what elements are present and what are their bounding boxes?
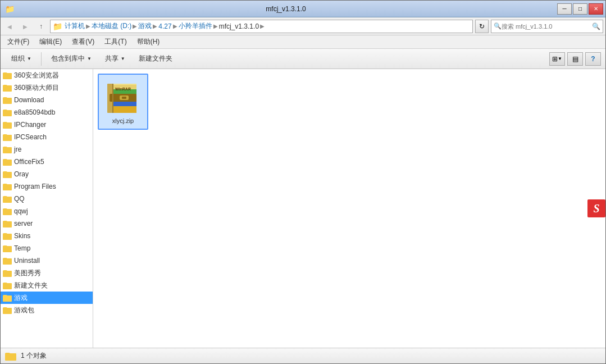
- sidebar-item-officefix5[interactable]: OfficeFix5: [1, 156, 93, 168]
- view-icon: ⊞: [552, 55, 558, 63]
- sidebar-item-ipcsearch[interactable]: IPCSearch: [1, 131, 93, 143]
- sidebar-item-oray[interactable]: Oray: [1, 168, 93, 180]
- new-folder-label: 新建文件夹: [139, 54, 172, 63]
- minimize-button[interactable]: ─: [557, 3, 572, 15]
- sidebar-item-ipchanger[interactable]: IPChanger: [1, 119, 93, 131]
- svg-text:WinRAR: WinRAR: [115, 87, 131, 91]
- sidebar-item-newfolder[interactable]: 新建文件夹: [1, 279, 93, 292]
- folder-icon-download: [3, 96, 12, 104]
- folder-icon-temp: [3, 244, 12, 252]
- sidebar: 360安全浏览器 360驱动大师目 Download e8a85094bdb I…: [1, 69, 93, 348]
- sidebar-item-label: 美图秀秀: [14, 269, 41, 278]
- menu-help[interactable]: 帮助(H): [133, 36, 165, 48]
- breadcrumb-computer[interactable]: 计算机: [65, 21, 85, 31]
- sidebar-item-label: qqwj: [14, 207, 28, 215]
- sidebar-item-label: Uninstall: [14, 257, 40, 265]
- file-name-xlycj: xlycj.zip: [112, 117, 134, 124]
- menu-tools[interactable]: 工具(T): [100, 36, 131, 48]
- sep-6: ▶: [260, 23, 265, 29]
- sep-3: ▶: [153, 23, 157, 29]
- organize-dropdown-icon: ▼: [27, 56, 31, 61]
- menu-edit[interactable]: 编辑(E): [35, 36, 66, 48]
- sidebar-item-meitu[interactable]: 美图秀秀: [1, 267, 93, 279]
- forward-arrow-icon: [23, 22, 28, 30]
- view-dropdown-icon: ▼: [558, 56, 562, 61]
- sidebar-item-programfiles[interactable]: Program Files: [1, 180, 93, 193]
- sidebar-item-qq[interactable]: QQ: [1, 193, 93, 205]
- view-options-button[interactable]: ⊞ ▼: [549, 52, 565, 66]
- sidebar-item-360driver[interactable]: 360驱动大师目: [1, 81, 93, 94]
- refresh-icon: ↻: [479, 22, 485, 30]
- svg-rect-12: [112, 84, 113, 113]
- search-submit-icon[interactable]: 🔍: [592, 22, 600, 30]
- address-bar[interactable]: 📁 计算机 ▶ 本地磁盘 (D:) ▶ 游戏 ▶ 4.27 ▶ 小羚羊插件 ▶ …: [50, 20, 473, 33]
- sidebar-item-e8a[interactable]: e8a85094bdb: [1, 106, 93, 119]
- sidebar-item-360browser[interactable]: 360安全浏览器: [1, 69, 93, 81]
- sidebar-item-qqwj[interactable]: qqwj: [1, 205, 93, 217]
- share-label: 共享: [105, 54, 119, 63]
- sidebar-item-skins[interactable]: Skins: [1, 230, 93, 242]
- sep-1: ▶: [86, 23, 90, 29]
- search-bar[interactable]: 🔍 🔍: [491, 20, 603, 33]
- folder-icon-ipchanger: [3, 121, 12, 129]
- folder-icon-meitu: [3, 269, 12, 277]
- sidebar-item-download[interactable]: Download: [1, 94, 93, 106]
- folder-icon-qqwj: [3, 207, 12, 215]
- file-item-xlycj[interactable]: WinRAR xlycj.zip: [98, 74, 148, 130]
- sep-2: ▶: [133, 23, 137, 29]
- search-icon: 🔍: [494, 22, 502, 30]
- breadcrumb-plugin[interactable]: 小羚羊插件: [179, 21, 212, 31]
- window-controls: ─ □ ✕: [557, 3, 603, 15]
- sidebar-item-uninstall[interactable]: Uninstall: [1, 254, 93, 267]
- share-button[interactable]: 共享 ▼: [99, 51, 131, 67]
- nav-bar: ↑ 📁 计算机 ▶ 本地磁盘 (D:) ▶ 游戏 ▶ 4.27 ▶ 小羚羊插件 …: [1, 17, 605, 35]
- window: 📁 mfcj_v1.3.1.0 ─ □ ✕ ↑ 📁 计算机 ▶ 本地磁盘 (D:…: [0, 0, 606, 364]
- sep-4: ▶: [173, 23, 177, 29]
- menu-file[interactable]: 文件(F): [3, 36, 34, 48]
- sidebar-item-label: Program Files: [14, 183, 56, 190]
- new-folder-button[interactable]: 新建文件夹: [133, 51, 179, 67]
- sidebar-item-label: 游戏: [14, 293, 28, 303]
- sidebar-item-server[interactable]: server: [1, 217, 93, 230]
- search-input[interactable]: [502, 23, 592, 30]
- sidebar-item-youxi[interactable]: 游戏: [1, 292, 93, 304]
- refresh-button[interactable]: ↻: [475, 20, 489, 33]
- breadcrumb-427[interactable]: 4.27: [158, 22, 171, 30]
- folder-icon-programfiles: [3, 183, 12, 190]
- svg-rect-5: [113, 102, 136, 106]
- sidebar-item-label: IPChanger: [14, 121, 46, 129]
- forward-button[interactable]: [19, 20, 32, 33]
- sidebar-item-youxibao[interactable]: 游戏包: [1, 304, 93, 316]
- sogou-icon[interactable]: S: [587, 199, 605, 217]
- folder-icon: 📁: [53, 22, 62, 31]
- sidebar-item-jre[interactable]: jre: [1, 143, 93, 156]
- sidebar-item-label: 360安全浏览器: [14, 71, 59, 80]
- help-icon: ?: [591, 55, 595, 63]
- window-title: mfcj_v1.3.1.0: [15, 5, 557, 13]
- svg-rect-9: [122, 97, 126, 99]
- breadcrumb-games[interactable]: 游戏: [138, 21, 152, 31]
- menu-bar: 文件(F) 编辑(E) 查看(V) 工具(T) 帮助(H): [1, 35, 605, 49]
- menu-view[interactable]: 查看(V): [67, 36, 99, 48]
- folder-icon-server: [3, 220, 12, 228]
- sidebar-item-temp[interactable]: Temp: [1, 242, 93, 254]
- folder-icon-ipcsearch: [3, 133, 12, 141]
- sidebar-item-label: Download: [14, 96, 44, 104]
- help-button[interactable]: ?: [585, 52, 601, 66]
- sep-5: ▶: [213, 23, 218, 29]
- up-button[interactable]: ↑: [34, 20, 48, 33]
- zip-icon-svg: WinRAR: [105, 79, 141, 115]
- breadcrumb-current[interactable]: mfcj_v1.3.1.0: [219, 22, 259, 30]
- back-button[interactable]: [3, 20, 16, 33]
- window-icon: 📁: [5, 4, 15, 13]
- breadcrumb-disk[interactable]: 本地磁盘 (D:): [92, 21, 131, 31]
- folder-icon-jre: [3, 145, 12, 153]
- preview-pane-button[interactable]: ▤: [567, 52, 583, 66]
- include-dropdown-icon: ▼: [87, 56, 92, 61]
- organize-button[interactable]: 组织 ▼: [5, 51, 38, 67]
- close-button[interactable]: ✕: [589, 3, 603, 15]
- include-library-button[interactable]: 包含到库中 ▼: [45, 51, 98, 67]
- folder-icon-officefix5: [3, 158, 12, 166]
- maximize-button[interactable]: □: [573, 3, 587, 15]
- folder-icon-uninstall: [3, 257, 12, 265]
